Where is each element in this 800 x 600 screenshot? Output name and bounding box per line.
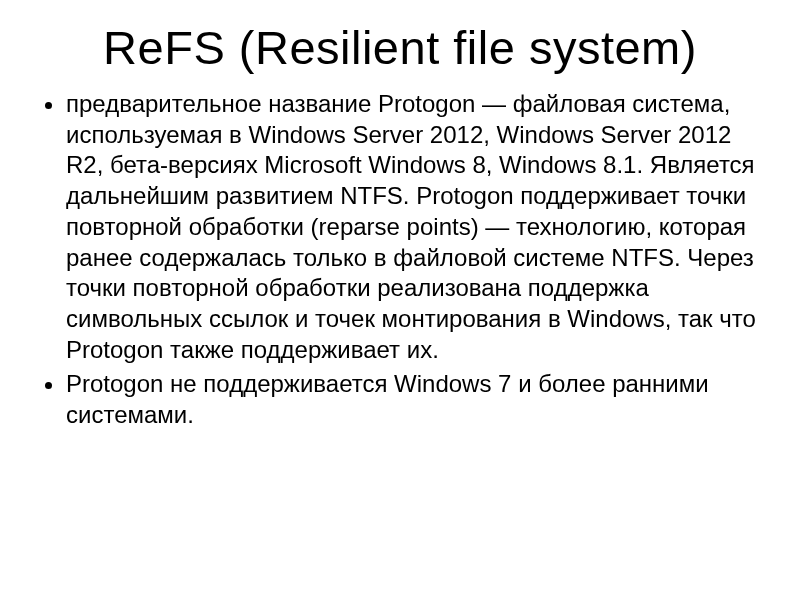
list-item: предварительное название Protogon — файл… [66,89,760,365]
list-item: Protogon не поддерживается Windows 7 и б… [66,369,760,430]
slide: ReFS (Resilient file system) предварител… [0,0,800,600]
bullet-list: предварительное название Protogon — файл… [40,89,760,431]
slide-title: ReFS (Resilient file system) [40,20,760,75]
